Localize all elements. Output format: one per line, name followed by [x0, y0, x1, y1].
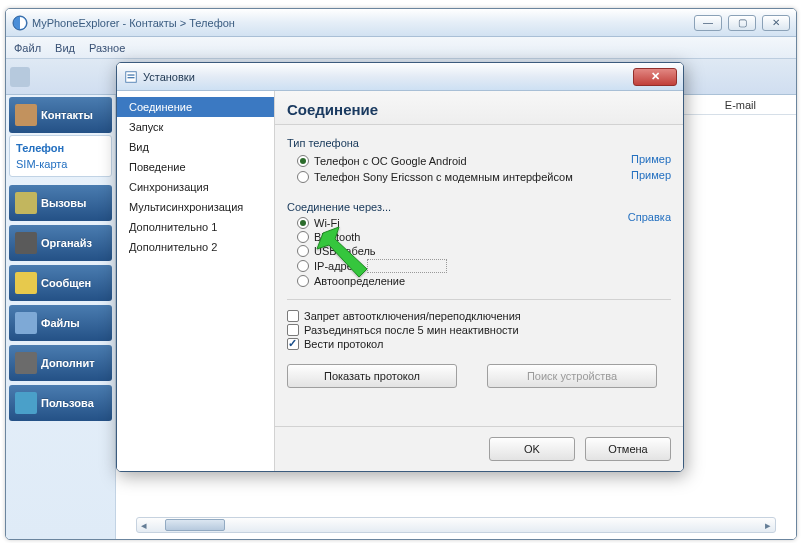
sidebar-item-extra[interactable]: Дополнит — [9, 345, 112, 381]
nav-behavior[interactable]: Поведение — [117, 157, 274, 177]
radio-sony[interactable]: Телефон Sony Ericsson с модемным интерфе… — [297, 171, 631, 183]
sidebar-item-calls[interactable]: Вызовы — [9, 185, 112, 221]
checkbox-label: Запрет автоотключения/переподключения — [304, 310, 521, 322]
dialog-titlebar[interactable]: Установки ✕ — [117, 63, 683, 91]
menubar: Файл Вид Разное — [6, 37, 796, 59]
dialog-content: Тип телефона Пример Телефон с ОС Google … — [275, 125, 683, 426]
checkbox-keep-log[interactable]: Вести протокол — [287, 338, 671, 350]
dialog-title: Установки — [143, 71, 195, 83]
button-label: Показать протокол — [324, 370, 420, 382]
sidebar-item-user[interactable]: Пользова — [9, 385, 112, 421]
radio-usb[interactable]: USB-кабель — [297, 245, 671, 257]
maximize-button[interactable]: ▢ — [728, 15, 756, 31]
checkbox-label: Разъединяться после 5 мин неактивности — [304, 324, 519, 336]
calls-icon — [15, 192, 37, 214]
user-icon — [15, 392, 37, 414]
dialog-nav: Соединение Запуск Вид Поведение Синхрони… — [117, 91, 275, 471]
nav-advanced1[interactable]: Дополнительно 1 — [117, 217, 274, 237]
button-label: OK — [524, 443, 540, 455]
nav-startup[interactable]: Запуск — [117, 117, 274, 137]
sidebar-item-messages[interactable]: Сообщен — [9, 265, 112, 301]
sidebar-item-label: Органайз — [41, 237, 92, 249]
messages-icon — [15, 272, 37, 294]
show-log-button[interactable]: Показать протокол — [287, 364, 457, 388]
radio-label: Wi-Fi — [314, 217, 340, 229]
toolbar-icon[interactable] — [10, 67, 30, 87]
contacts-icon — [15, 104, 37, 126]
organizer-icon — [15, 232, 37, 254]
radio-ip[interactable]: IP-адрес — [297, 259, 671, 273]
extra-icon — [15, 352, 37, 374]
section-title: Соединение — [275, 91, 683, 125]
radio-icon — [297, 260, 309, 272]
radio-android[interactable]: Телефон с ОС Google Android — [297, 155, 631, 167]
dialog-icon — [123, 69, 139, 85]
connect-via-label: Соединение через... — [287, 201, 671, 213]
sidebar: Контакты Телефон SIM-карта Вызовы Органа… — [6, 95, 116, 539]
radio-bluetooth[interactable]: Bluetooth — [297, 231, 671, 243]
radio-label: Автоопределение — [314, 275, 405, 287]
checkbox-block-reconnect[interactable]: Запрет автоотключения/переподключения — [287, 310, 671, 322]
radio-label: Телефон с ОС Google Android — [314, 155, 467, 167]
menu-misc[interactable]: Разное — [89, 42, 125, 54]
radio-label: USB-кабель — [314, 245, 376, 257]
scroll-left-icon[interactable]: ◂ — [137, 518, 151, 532]
cancel-button[interactable]: Отмена — [585, 437, 671, 461]
checkbox-label: Вести протокол — [304, 338, 383, 350]
nav-advanced2[interactable]: Дополнительно 2 — [117, 237, 274, 257]
ip-input[interactable] — [367, 259, 447, 273]
menu-view[interactable]: Вид — [55, 42, 75, 54]
menu-file[interactable]: Файл — [14, 42, 41, 54]
sidebar-item-contacts[interactable]: Контакты — [9, 97, 112, 133]
svg-rect-2 — [128, 74, 135, 75]
checkbox-icon — [287, 338, 299, 350]
column-email[interactable]: E-mail — [725, 99, 756, 111]
nav-sync[interactable]: Синхронизация — [117, 177, 274, 197]
sidebar-item-label: Дополнит — [41, 357, 95, 369]
radio-icon — [297, 155, 309, 167]
radio-auto[interactable]: Автоопределение — [297, 275, 671, 287]
radio-label: IP-адрес — [314, 260, 358, 272]
phone-type-label: Тип телефона — [287, 137, 671, 149]
files-icon — [15, 312, 37, 334]
example-link-1[interactable]: Пример — [631, 153, 671, 165]
sidebar-item-organizer[interactable]: Органайз — [9, 225, 112, 261]
sidebar-sub-phone[interactable]: Телефон — [16, 140, 105, 156]
dialog-close-button[interactable]: ✕ — [633, 68, 677, 86]
checkbox-disconnect-5min[interactable]: Разъединяться после 5 мин неактивности — [287, 324, 671, 336]
sidebar-item-label: Пользова — [41, 397, 94, 409]
checkbox-icon — [287, 310, 299, 322]
sidebar-item-label: Вызовы — [41, 197, 86, 209]
checkbox-icon — [287, 324, 299, 336]
sidebar-sub-sim[interactable]: SIM-карта — [16, 156, 105, 172]
nav-view[interactable]: Вид — [117, 137, 274, 157]
separator — [287, 299, 671, 300]
sidebar-item-files[interactable]: Файлы — [9, 305, 112, 341]
dialog-footer: OK Отмена — [275, 426, 683, 471]
help-link[interactable]: Справка — [628, 211, 671, 223]
close-button[interactable]: ✕ — [762, 15, 790, 31]
sidebar-item-label: Контакты — [41, 109, 93, 121]
radio-icon — [297, 231, 309, 243]
scroll-thumb[interactable] — [165, 519, 225, 531]
example-link-2[interactable]: Пример — [631, 169, 671, 181]
radio-wifi[interactable]: Wi-Fi — [297, 217, 628, 229]
scroll-right-icon[interactable]: ▸ — [761, 518, 775, 532]
button-label: Отмена — [608, 443, 647, 455]
window-title: MyPhoneExplorer - Контакты > Телефон — [32, 17, 235, 29]
nav-connection[interactable]: Соединение — [117, 97, 274, 117]
radio-icon — [297, 245, 309, 257]
svg-rect-3 — [128, 77, 135, 78]
search-device-button[interactable]: Поиск устройства — [487, 364, 657, 388]
horizontal-scrollbar[interactable]: ◂ ▸ — [136, 517, 776, 533]
radio-label: Bluetooth — [314, 231, 360, 243]
sidebar-subgroup-contacts: Телефон SIM-карта — [9, 135, 112, 177]
nav-multisync[interactable]: Мультисинхронизация — [117, 197, 274, 217]
minimize-button[interactable]: — — [694, 15, 722, 31]
radio-icon — [297, 171, 309, 183]
ok-button[interactable]: OK — [489, 437, 575, 461]
button-label: Поиск устройства — [527, 370, 617, 382]
sidebar-item-label: Файлы — [41, 317, 80, 329]
settings-dialog: Установки ✕ Соединение Запуск Вид Поведе… — [116, 62, 684, 472]
titlebar[interactable]: MyPhoneExplorer - Контакты > Телефон — ▢… — [6, 9, 796, 37]
